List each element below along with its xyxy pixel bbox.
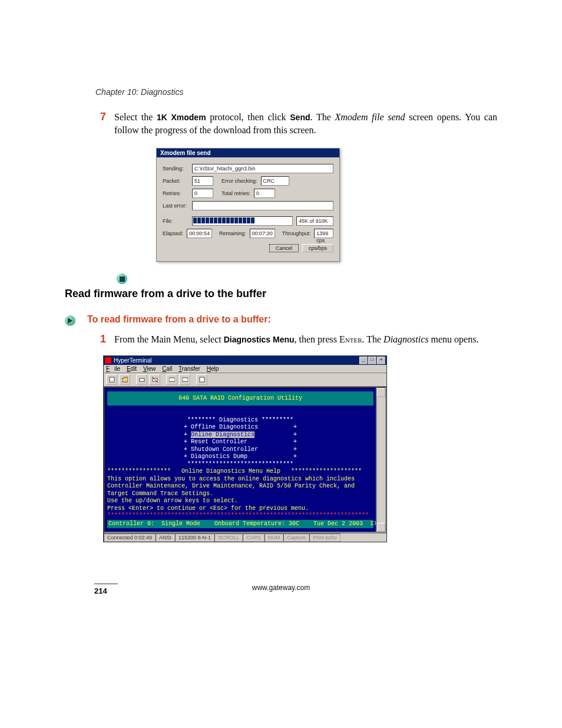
help-line: ****************** Online Diagnostics Me… (107, 468, 362, 475)
scroll-up-icon[interactable] (377, 388, 385, 397)
maximize-button[interactable]: □ (368, 357, 376, 364)
play-icon (65, 315, 75, 326)
toolbar-connect-icon[interactable] (136, 374, 147, 385)
svg-marker-2 (122, 377, 128, 382)
cpsbps-button[interactable]: cps/bps (302, 244, 333, 252)
menu-edit[interactable]: Edit (127, 365, 137, 372)
t: Select the (114, 112, 157, 122)
status-baud: 115200 8-N-1 (175, 533, 214, 542)
toolbar (104, 373, 386, 387)
chapter-header: Chapter 10: Diagnostics (95, 87, 183, 97)
svg-rect-6 (169, 378, 175, 381)
label-packet: Packet: (163, 178, 189, 184)
procedure-title: To read firmware from a drive to a buffe… (87, 314, 271, 325)
term-header: 840 SATA RAID Configuration Utility (107, 391, 373, 406)
window-titlebar: HyperTerminal _ □ × (104, 356, 386, 365)
t: . The (310, 112, 335, 122)
t: protocol, then click (206, 112, 290, 122)
step-7: 7 Select the 1K Xmodem protocol, then cl… (100, 111, 497, 136)
field-remaining: 00:07:20 (250, 229, 275, 238)
step-text: Select the 1K Xmodem protocol, then clic… (114, 111, 497, 136)
help-body5: Press <Enter> to continue or <Esc> for t… (107, 505, 309, 512)
term-statusline: Controller 0: Single Mode Onboard Temper… (107, 520, 373, 529)
menu-transfer[interactable]: Transfer (178, 365, 200, 372)
status-capture: Capture (283, 533, 309, 542)
minimize-button[interactable]: _ (359, 357, 368, 364)
t: ******** Diagnostics ********* (107, 417, 373, 424)
status-connected: Connected 0:02:49 (104, 533, 156, 542)
status-scroll: SCROLL (214, 533, 243, 542)
label-retries: Retries: (163, 190, 189, 196)
field-errorchecking: CRC (261, 176, 289, 186)
status-num: NUM (265, 533, 284, 542)
menu-offline[interactable]: + Offline Diagnostics + (184, 424, 297, 430)
label-errorchecking: Error checking: (222, 178, 257, 184)
help-body2: Controller Maintenance, Drive Maintenanc… (107, 483, 355, 489)
diag-title: ******** Diagnostics ********* (187, 417, 293, 423)
end-of-procedure-icon (117, 274, 127, 284)
field-throughput: 1399 cps (314, 229, 333, 238)
t: From the Main Menu, select (114, 334, 224, 344)
menu-shutdown[interactable]: + Shutdown Controller + (184, 446, 297, 453)
step-number: 1 (100, 333, 114, 346)
field-lasterror (192, 201, 333, 210)
step-number: 7 (100, 111, 114, 136)
status-printecho: Print echo (309, 533, 340, 542)
help-body1: This option allows you to access the onl… (107, 476, 355, 482)
toolbar-disconnect-icon[interactable] (149, 374, 160, 385)
procedure-header: To read firmware from a drive to a buffe… (65, 314, 497, 326)
menu-view[interactable]: View (143, 365, 156, 372)
cancel-button[interactable]: Cancel (269, 244, 299, 252)
step-1: 1 From the Main Menu, select Diagnostics… (100, 333, 497, 346)
dialog-title: Xmodem file send (157, 149, 339, 157)
progress-bar (192, 216, 293, 226)
menu-bar[interactable]: File Edit View Call Transfer Help (104, 365, 386, 373)
svg-rect-1 (110, 377, 114, 382)
ital-xmodem: Xmodem file send (335, 112, 405, 122)
label-remaining: Remaining: (219, 230, 246, 236)
menu-reset[interactable]: + Reset Controller + (184, 439, 297, 445)
toolbar-send-icon[interactable] (166, 374, 177, 385)
xmodem-dialog: Xmodem file send Sending: C:\nStor_hitac… (156, 148, 340, 262)
label-totalretries: Total retries: (222, 190, 250, 196)
status-caps: CAPS (243, 533, 265, 542)
help-body4: Use the up/down arrow keys to select. (107, 498, 238, 504)
help-stars: ****************************************… (107, 512, 369, 519)
key-enter: Enter (339, 334, 362, 344)
menu-help[interactable]: Help (207, 365, 219, 372)
t: menu opens. (429, 334, 479, 344)
field-sending: C:\nStor_hitachi_ggn3.bin (192, 164, 333, 173)
label-sending: Sending: (163, 166, 189, 172)
label-file: File: (163, 218, 189, 224)
bold-send: Send (290, 113, 310, 122)
close-button[interactable]: × (377, 357, 385, 364)
status-bar: Connected 0:02:49 ANSI 115200 8-N-1 SCRO… (104, 533, 386, 542)
toolbar-receive-icon[interactable] (179, 374, 190, 385)
scrollbar[interactable] (377, 387, 386, 533)
field-totalretries: 0 (254, 189, 275, 198)
terminal-output[interactable]: 840 SATA RAID Configuration Utility ****… (104, 387, 377, 533)
svg-rect-8 (200, 377, 204, 382)
ital-diagnostics: Diagnostics (384, 334, 428, 344)
field-elapsed: 00:00:54 (187, 229, 212, 238)
status-emulation: ANSI (156, 533, 175, 542)
page-number: 214 (94, 587, 118, 595)
menu-file[interactable]: File (106, 365, 120, 372)
svg-rect-3 (140, 378, 144, 381)
svg-rect-7 (182, 378, 188, 381)
hyperterminal-window: HyperTerminal _ □ × File Edit View Call … (103, 355, 387, 543)
toolbar-open-icon[interactable] (119, 374, 130, 385)
bold-diagnostics-menu: Diagnostics Menu (224, 335, 295, 344)
field-fileprogress: 45K of 910K (296, 216, 333, 226)
menu-online-selected[interactable]: Online Diagnostics (191, 431, 254, 438)
help-body3: Target Command Trace Settings. (107, 490, 213, 497)
app-icon (105, 357, 111, 364)
menu-call[interactable]: Call (162, 365, 172, 372)
toolbar-properties-icon[interactable] (196, 374, 207, 385)
step-text: From the Main Menu, select Diagnostics M… (114, 333, 478, 346)
scroll-down-icon[interactable] (377, 523, 385, 532)
window-title: HyperTerminal (114, 357, 151, 364)
toolbar-new-icon[interactable] (106, 374, 117, 385)
menu-dump[interactable]: + Diagnostics Dump + (184, 453, 297, 460)
bold-1k-xmodem: 1K Xmodem (157, 113, 206, 122)
